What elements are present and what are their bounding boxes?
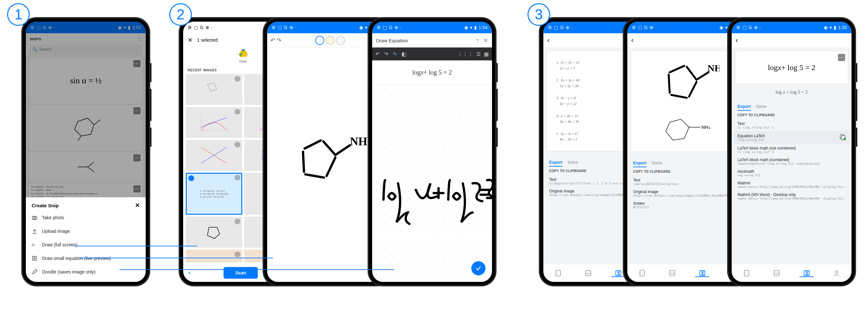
action-take-photo[interactable]: Take photo [26,211,146,224]
upload-icon [32,228,37,234]
fx-icon: fx [32,242,37,248]
tab-doc[interactable] [739,269,754,277]
tab-pdf[interactable]: PDF [665,269,679,277]
redo-icon[interactable]: ↷ [277,37,281,44]
copy-option-mathml-word[interactable]: Mathml (MS Word) - Desktop only<math xml… [738,191,846,202]
action-label: Doodle (saves image only) [42,269,96,275]
tab-doc[interactable] [635,269,649,277]
check-icon [475,265,482,272]
pen-icon[interactable]: ✎ [393,51,397,57]
action-doodle[interactable]: Doodle (saves image only) [26,265,146,279]
rendered-molecule: NH₂ [660,116,715,145]
gallery-thumb[interactable] [186,250,242,262]
pencil-icon [32,269,37,275]
check-icon [188,175,194,181]
gallery-thumb[interactable] [186,107,242,138]
selected-count-label: 1 selected [197,37,218,43]
page-title: Draw Equation [376,38,408,43]
snip-menu-icon[interactable]: ⋯ [838,54,845,61]
copy-option-text[interactable]: Text<smiles>NC1CCCCC1</smiles> [633,176,741,188]
gallery-thumb[interactable] [186,140,242,171]
grid-full-icon[interactable]: ▦ [484,51,489,57]
gallery-thumb[interactable] [186,74,242,105]
svg-marker-21 [207,227,220,238]
camera-icon [32,215,37,221]
tab-export[interactable]: Export [738,104,751,111]
tab-solve[interactable]: Solve [756,104,767,111]
tab-profile[interactable] [830,269,844,277]
svg-marker-12 [207,83,217,91]
confirm-fab[interactable] [471,261,486,276]
svg-marker-32 [666,119,689,140]
close-icon[interactable]: ✕ [188,36,192,43]
copy-option-asciimath[interactable]: Asciimathlog x+log 5=2 [738,167,846,179]
copy-icon[interactable] [839,134,846,141]
close-icon[interactable]: ✕ [483,37,488,44]
drive-icon [239,48,248,58]
paper-style-yellow[interactable] [326,36,335,45]
close-icon[interactable]: ✕ [135,202,140,209]
equation-canvas[interactable] [372,85,492,282]
gallery-thumb-selected[interactable]: 1. 2x+3y=13 2x+y=72. 3x+3y=18 5x+3y=283.… [186,173,242,215]
action-upload-image[interactable]: Upload image [26,224,146,238]
phone-7-result-equation: ⚙▢G⊕· ◉▾▮1:55 ‹ log x + log 5 = 2 ⋯ log … [728,18,856,286]
expand-icon[interactable] [235,76,240,82]
tab-sigma[interactable] [695,269,709,277]
status-bar: ⚙▢G⊕· ◉▾▮1:55 [732,22,851,33]
grid-lines-icon[interactable]: ☰ [476,51,481,57]
svg-text:NH₂: NH₂ [701,124,710,130]
expand-icon[interactable] [235,109,240,115]
tab-pdf[interactable]: PDF [770,269,784,277]
result-preview-large: log x + log 5 = 2 ⋯ [736,51,848,84]
copy-option-mathml[interactable]: Mathml<math xmlns="http://www.w3.org/199… [738,179,846,191]
connector-drawsmall-to-equation [120,269,394,270]
tab-pdf[interactable]: PDF [581,269,595,277]
step-badge-2: 2 [169,3,192,26]
doodle-drawing: NH₂ [285,123,369,206]
svg-line-13 [201,118,227,127]
scan-button[interactable]: Scan [223,267,257,279]
expand-icon[interactable] [235,219,240,224]
gallery-thumb[interactable] [186,217,242,248]
action-draw-small[interactable]: Draw small equation (live preview) [26,252,146,265]
tab-solve[interactable]: Solve [567,160,578,167]
copy-option-text[interactable]: Text\( \log x+\log 5=2 \) [738,120,846,131]
step-badge-1: 1 [7,3,30,26]
connector-upload-to-gallery [74,246,197,246]
redo-icon[interactable]: ↷ [384,51,388,57]
svg-rect-43 [744,270,749,276]
step-badge-3: 3 [528,3,550,26]
action-draw-full[interactable]: fx Draw (full screen) [26,238,146,252]
bottom-tabs: PDF [732,264,851,282]
expand-icon[interactable] [235,142,240,148]
paper-style-blank[interactable] [315,36,324,45]
back-icon[interactable]: ‹ [631,36,633,44]
copy-option-smiles[interactable]: SmilesNC1CCCCC1 [633,199,741,211]
svg-rect-26 [556,270,560,276]
copy-option-equation-latex[interactable]: Equation LaTeX\log x+\log 5=2 [734,131,849,144]
copy-option-latex-block-numbered[interactable]: LaTeX block math (numbered)\begin{equati… [738,156,846,167]
tab-export[interactable]: Export [633,160,646,167]
tab-sigma[interactable] [800,269,814,277]
expand-icon[interactable] [235,175,240,181]
svg-text:PDF: PDF [586,273,591,275]
undo-icon[interactable]: ↶ [270,37,275,44]
copy-option-latex-block[interactable]: LaTeX block math (not numbered)\[ \log x… [738,144,846,156]
paper-style-lined[interactable] [336,36,345,45]
tab-solve[interactable]: Solve [652,160,662,167]
copy-option-original-image[interactable]: Original Imagehttps://cdn.mathpix.com/sn… [633,188,741,199]
svg-text:PDF: PDF [670,273,675,275]
svg-text:fx: fx [32,243,35,247]
svg-text:NH₂: NH₂ [708,63,720,73]
grid-dots-icon[interactable]: ⋮⋮⋮ [458,51,473,57]
tab-doc[interactable] [551,269,565,277]
expand-icon[interactable] [235,252,240,257]
undo-icon[interactable]: ↶ [375,51,379,57]
tab-export[interactable]: Export [549,160,562,167]
result-preview-small: log x + log 5 = 2 [732,88,851,99]
eraser-icon[interactable]: ◧ [402,51,406,57]
help-icon[interactable]: ? [476,38,479,43]
back-icon[interactable]: ‹ [736,36,738,44]
action-label: Draw (full screen) [42,242,78,247]
back-icon[interactable]: ‹ [547,36,550,44]
